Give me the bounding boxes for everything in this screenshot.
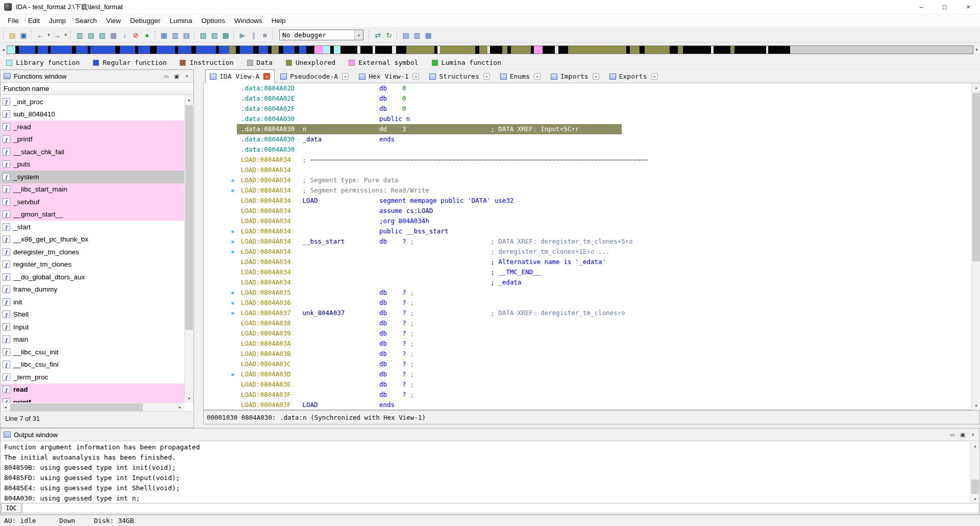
asm-line[interactable]: LOAD:0804A034 __bss_start db ? ; ; DATA …: [204, 236, 979, 247]
function-name-column-header[interactable]: Function name: [1, 83, 193, 95]
tab-structures[interactable]: Structures×: [425, 70, 494, 83]
tab-pseudocode-a[interactable]: Pseudocode-A×: [276, 70, 353, 83]
asm-line[interactable]: LOAD:0804A034 ; ========================…: [204, 155, 979, 165]
asm-line[interactable]: LOAD:0804A03D db ? ;: [204, 369, 979, 379]
functions-window-titlebar[interactable]: Functions window ▭▣×: [1, 70, 193, 83]
scroll-right-icon[interactable]: [176, 403, 184, 412]
scroll-down-icon[interactable]: [972, 401, 980, 410]
function-row[interactable]: f_init_proc: [1, 95, 184, 108]
titlebar-close-button[interactable]: ×: [957, 0, 980, 14]
function-row[interactable]: fregister_tm_clones: [1, 258, 184, 271]
asm-line[interactable]: .data:0804A030 n dd 3 ; DATA XREF: Input…: [204, 124, 979, 134]
output-vscrollbar[interactable]: [970, 442, 979, 504]
scroll-thumb[interactable]: [185, 105, 193, 330]
tab-close-icon[interactable]: ×: [593, 73, 599, 80]
functions-hscrollbar[interactable]: [1, 402, 184, 411]
dropdown-arrow-icon[interactable]: ▾: [354, 30, 363, 40]
forward-icon[interactable]: →: [52, 30, 63, 41]
asm-line[interactable]: .data:0804A02E db 0: [204, 93, 979, 104]
scroll-down-icon[interactable]: [185, 394, 193, 403]
tab-exports[interactable]: Exports×: [605, 70, 663, 83]
function-row[interactable]: fread: [1, 384, 184, 396]
asm-line[interactable]: LOAD:0804A039 db ? ;: [204, 328, 979, 339]
function-row[interactable]: f__stack_chk_fail: [1, 146, 184, 158]
function-row[interactable]: f_system: [1, 171, 184, 183]
menu-item-search[interactable]: Search: [70, 15, 102, 27]
tab-ida-view-a[interactable]: IDA View-A×: [205, 69, 275, 83]
functions-window-close-button[interactable]: ×: [182, 71, 191, 81]
attach-process-icon[interactable]: ⇄: [372, 30, 383, 41]
open-file-icon[interactable]: ▤: [7, 30, 18, 41]
titlebar-minimize-button[interactable]: –: [910, 0, 933, 14]
save-file-icon[interactable]: ▣: [18, 30, 29, 41]
tab-close-icon[interactable]: ×: [483, 73, 490, 80]
menu-item-view[interactable]: View: [102, 15, 126, 27]
search-stop-icon[interactable]: ⊘: [130, 30, 141, 41]
function-row[interactable]: fsub_8048410: [1, 108, 184, 121]
navigation-band[interactable]: [7, 45, 973, 54]
function-row[interactable]: f_start: [1, 221, 184, 233]
debugger-windows-icon[interactable]: ▤: [400, 30, 411, 41]
debug-start-icon[interactable]: ▶: [237, 30, 248, 41]
debugger-select[interactable]: No debugger▾: [279, 30, 363, 40]
menu-item-debugger[interactable]: Debugger: [126, 15, 165, 27]
functions-window-maximize-button[interactable]: ▣: [172, 71, 181, 81]
back-history-icon[interactable]: ▾: [46, 30, 52, 41]
asm-line[interactable]: LOAD:0804A034 ; Alternative name is '_ed…: [204, 257, 979, 267]
code-icon[interactable]: ▧: [85, 30, 96, 41]
menu-item-lumina[interactable]: Lumina: [165, 15, 197, 27]
function-row[interactable]: f_printf: [1, 133, 184, 146]
output-window-close-button[interactable]: ×: [968, 430, 977, 439]
scroll-up-icon[interactable]: [972, 83, 980, 92]
function-row[interactable]: f__libc_csu_init: [1, 346, 184, 358]
tab-hex-view-1[interactable]: Hex View-1×: [354, 70, 424, 83]
function-row[interactable]: f_read: [1, 121, 184, 133]
asm-line[interactable]: LOAD:0804A034 ; deregister_tm_clones+1E↑…: [204, 247, 979, 257]
function-row[interactable]: fShell: [1, 308, 184, 321]
scroll-thumb[interactable]: [972, 93, 980, 261]
tab-close-icon[interactable]: ×: [534, 73, 541, 80]
function-row[interactable]: f__do_global_dtors_aux: [1, 271, 184, 283]
asm-line[interactable]: LOAD:0804A034 ; __TMC_END__: [204, 267, 979, 277]
output-window-undock-button[interactable]: ▭: [948, 430, 957, 439]
functions-vscrollbar[interactable]: [184, 95, 193, 403]
function-row[interactable]: f__gmon_start__: [1, 208, 184, 221]
watches-icon[interactable]: ▥: [411, 30, 423, 41]
calculator-icon[interactable]: ▧: [198, 30, 209, 41]
function-row[interactable]: fderegister_tm_clones: [1, 246, 184, 258]
function-row[interactable]: f__libc_start_main: [1, 183, 184, 196]
back-icon[interactable]: ←: [35, 30, 46, 41]
asm-line[interactable]: .data:0804A02D db 0: [204, 83, 979, 93]
forward-history-icon[interactable]: ▾: [63, 30, 68, 41]
function-row[interactable]: f__x86_get_pc_thunk_bx: [1, 233, 184, 246]
tab-close-icon[interactable]: ×: [342, 73, 349, 80]
asm-line[interactable]: LOAD:0804A034 ;org 804A034h: [204, 216, 979, 226]
functions-window-undock-button[interactable]: ▭: [162, 71, 171, 81]
grid-icon[interactable]: ▦: [108, 30, 119, 41]
function-row[interactable]: finit: [1, 296, 184, 308]
open-subviews-icon[interactable]: ▦: [158, 30, 169, 41]
scroll-thumb[interactable]: [971, 480, 979, 494]
asm-line[interactable]: LOAD:0804A034 assume cs:LOAD: [204, 206, 979, 216]
cli-language-button[interactable]: IDC: [1, 503, 21, 513]
data-icon[interactable]: ▥: [74, 30, 85, 41]
asm-line[interactable]: LOAD:0804A03E db ? ;: [204, 379, 979, 390]
menu-item-edit[interactable]: Edit: [23, 15, 44, 27]
function-row[interactable]: fframe_dummy: [1, 283, 184, 296]
script-icon[interactable]: ▨: [209, 30, 220, 41]
menu-item-jump[interactable]: Jump: [44, 15, 70, 27]
function-row[interactable]: fmain: [1, 333, 184, 346]
function-row[interactable]: f_puts: [1, 158, 184, 171]
disassembly-vscrollbar[interactable]: [971, 83, 980, 410]
continue-icon[interactable]: ↻: [383, 30, 395, 41]
tab-close-icon[interactable]: ×: [651, 73, 658, 80]
asm-line[interactable]: LOAD:0804A036 db ? ;: [204, 298, 979, 308]
tab-enums[interactable]: Enums×: [496, 70, 545, 83]
nav-band-menu-icon[interactable]: [973, 45, 980, 54]
asm-line[interactable]: LOAD:0804A037 unk_804A037 db ? ; ; DATA …: [204, 308, 979, 318]
structures-icon[interactable]: ▤: [181, 30, 192, 41]
rename-icon[interactable]: ▨: [96, 30, 108, 41]
menu-item-windows[interactable]: Windows: [230, 15, 267, 27]
jump-next-icon[interactable]: ↓: [119, 30, 130, 41]
asm-line[interactable]: LOAD:0804A03F db ? ;: [204, 390, 979, 400]
